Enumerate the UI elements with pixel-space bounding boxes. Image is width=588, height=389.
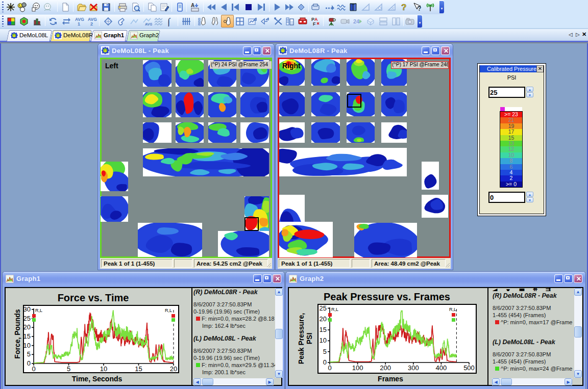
svg-text:2: 2 [90, 21, 93, 27]
svg-text:100: 100 [352, 364, 363, 372]
svg-text:R,L: R,L [165, 308, 172, 313]
svg-text:24: 24 [353, 18, 360, 24]
svg-text:500: 500 [463, 364, 475, 372]
svg-text:20: 20 [24, 323, 31, 331]
svg-text:1: 1 [78, 21, 80, 27]
svg-text:5: 5 [67, 365, 70, 372]
svg-text:R,L: R,L [35, 308, 42, 313]
svg-text:5: 5 [323, 348, 327, 355]
svg-text:?: ? [401, 3, 406, 12]
svg-text:0: 0 [32, 365, 35, 372]
svg-text:15: 15 [24, 332, 31, 340]
svg-text:A: A [191, 3, 194, 8]
svg-text:5: 5 [27, 350, 31, 358]
svg-text:400: 400 [436, 364, 447, 372]
svg-text:300: 300 [408, 364, 419, 372]
svg-text:20: 20 [320, 315, 327, 323]
svg-text:15: 15 [135, 365, 142, 372]
svg-text:200: 200 [380, 364, 391, 372]
svg-text:20: 20 [170, 365, 177, 372]
svg-text:15: 15 [320, 326, 327, 333]
svg-text:0: 0 [323, 358, 327, 366]
svg-text:10: 10 [320, 336, 327, 344]
svg-text:0: 0 [27, 359, 31, 367]
svg-text:25: 25 [24, 315, 31, 322]
svg-text:0: 0 [328, 364, 331, 372]
svg-text:AVG: AVG [145, 22, 152, 26]
svg-text:F: F [313, 21, 316, 27]
svg-text:30: 30 [24, 306, 31, 313]
svg-text:10: 10 [100, 365, 107, 372]
svg-text:10: 10 [24, 342, 31, 349]
svg-text:25: 25 [320, 305, 327, 312]
svg-text:?: ? [418, 5, 421, 12]
svg-text:∫: ∫ [167, 16, 171, 27]
svg-text:R,L: R,L [449, 307, 456, 312]
svg-text:R,L: R,L [331, 307, 338, 312]
